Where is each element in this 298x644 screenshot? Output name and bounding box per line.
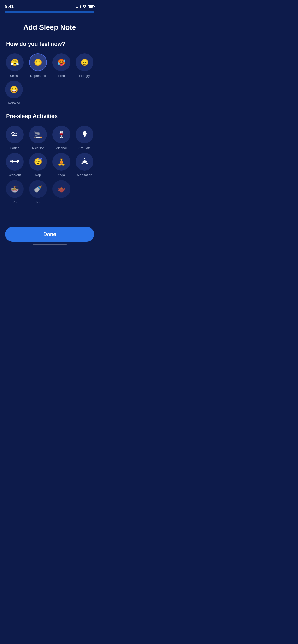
mood-item-depressed[interactable]: 😶 Depressed	[29, 53, 48, 78]
relaxed-icon: 😀	[10, 86, 18, 93]
hungry-label: Hungry	[79, 74, 90, 78]
tea-icon-circle: 🫖	[52, 180, 70, 198]
coffee-icon-circle	[6, 126, 24, 143]
bath-label: Ba...	[12, 200, 18, 203]
alcohol-icon: 🍷	[57, 131, 65, 138]
activity-item-coffee[interactable]: Coffee	[5, 126, 24, 150]
activity-item-nap[interactable]: 😴 Nap	[29, 153, 48, 177]
alcohol-icon-circle: 🍷	[52, 126, 70, 143]
top-bar-indicator	[5, 11, 94, 13]
tired-label: Tired	[58, 74, 65, 78]
activity-item-nicotine[interactable]: 🚬 Nicotine	[29, 126, 48, 150]
empty-cell	[75, 180, 93, 203]
battery-icon	[88, 5, 94, 8]
ate-late-icon	[80, 130, 89, 139]
relaxed-icon-circle: 😀	[5, 81, 23, 98]
meditation-icon-circle	[76, 153, 93, 171]
svg-point-9	[81, 163, 83, 164]
mood-item-stress[interactable]: 😤 Stress	[5, 53, 24, 78]
hungry-icon-circle: 😖	[76, 53, 93, 71]
wifi-icon	[82, 5, 86, 9]
status-icons	[76, 5, 94, 9]
meditation-icon	[80, 157, 89, 167]
yoga-icon-circle: 🧘	[52, 153, 70, 171]
status-bar: 9:41	[0, 0, 99, 11]
workout-icon	[10, 157, 19, 166]
coffee-icon	[10, 129, 19, 140]
nap-icon: 😴	[34, 158, 42, 165]
activity-grid-row3: 🍜 Ba... 🍼 S... 🫖	[0, 180, 99, 203]
nap-label: Nap	[35, 173, 41, 177]
workout-icon-circle	[6, 153, 24, 171]
svg-rect-3	[10, 160, 12, 162]
status-time: 9:41	[5, 4, 14, 9]
mood-grid: 😤 Stress 😶 Depressed 🥵 Tired 😖 Hungry	[0, 53, 99, 78]
activities-section-title: Pre-sleep Activities	[6, 113, 93, 120]
mood-section-title: How do you feel now?	[6, 41, 93, 47]
depressed-icon: 😶	[34, 59, 42, 66]
alcohol-label: Alcohol	[56, 146, 67, 150]
depressed-icon-circle: 😶	[29, 53, 47, 71]
depressed-label: Depressed	[30, 74, 46, 78]
home-indicator	[33, 244, 67, 245]
done-button[interactable]: Done	[5, 227, 94, 242]
tea-icon: 🫖	[57, 186, 65, 192]
stress-label: Stress	[10, 74, 19, 78]
nap-icon-circle: 😴	[29, 153, 47, 171]
coffee-label: Coffee	[10, 146, 20, 150]
svg-rect-7	[13, 161, 17, 162]
svg-point-1	[15, 134, 17, 136]
mood-row2: 😀 Relaxed	[0, 81, 99, 105]
yoga-label: Yoga	[58, 173, 65, 177]
activity-grid-row2: Workout 😴 Nap 🧘 Yoga Meditation	[0, 153, 99, 177]
activity-item-workout[interactable]: Workout	[5, 153, 24, 177]
milk-label: S...	[36, 200, 40, 203]
tired-icon-circle: 🥵	[52, 53, 70, 71]
svg-rect-6	[17, 160, 18, 163]
activity-item-milk[interactable]: 🍼 S...	[29, 180, 48, 203]
done-button-container: Done	[0, 224, 99, 255]
ate-late-icon-circle	[76, 126, 93, 143]
activity-item-tea[interactable]: 🫖	[52, 180, 71, 203]
meditation-label: Meditation	[77, 173, 92, 177]
tired-icon: 🥵	[57, 59, 65, 66]
svg-rect-5	[12, 160, 13, 163]
mood-item-relaxed[interactable]: 😀 Relaxed	[5, 81, 23, 105]
activity-grid-row1: Coffee 🚬 Nicotine 🍷 Alcohol Ate Late	[0, 126, 99, 150]
activity-item-bath[interactable]: 🍜 Ba...	[5, 180, 24, 203]
hungry-icon: 😖	[80, 59, 89, 66]
svg-point-10	[86, 163, 88, 164]
relaxed-label: Relaxed	[8, 101, 20, 105]
milk-icon-circle: 🍼	[29, 180, 47, 198]
svg-point-0	[12, 132, 14, 135]
page-title: Add Sleep Note	[5, 23, 94, 32]
mood-item-tired[interactable]: 🥵 Tired	[52, 53, 71, 78]
nicotine-icon-circle: 🚬	[29, 126, 47, 143]
milk-icon: 🍼	[34, 186, 42, 192]
svg-point-8	[84, 158, 85, 159]
bath-icon-circle: 🍜	[6, 180, 24, 198]
mood-item-hungry[interactable]: 😖 Hungry	[75, 53, 94, 78]
activity-item-alcohol[interactable]: 🍷 Alcohol	[52, 126, 71, 150]
bath-icon: 🍜	[11, 186, 19, 192]
activity-item-yoga[interactable]: 🧘 Yoga	[52, 153, 71, 177]
ate-late-label: Ate Late	[78, 146, 91, 150]
activity-item-meditation[interactable]: Meditation	[75, 153, 94, 177]
signal-icon	[76, 5, 81, 8]
workout-label: Workout	[9, 173, 21, 177]
activity-item-ate-late[interactable]: Ate Late	[75, 126, 94, 150]
svg-rect-4	[18, 160, 19, 162]
stress-icon: 😤	[11, 59, 19, 66]
yoga-icon: 🧘	[57, 158, 65, 165]
nicotine-label: Nicotine	[32, 146, 44, 150]
stress-icon-circle: 😤	[6, 53, 24, 71]
nicotine-icon: 🚬	[34, 131, 42, 138]
